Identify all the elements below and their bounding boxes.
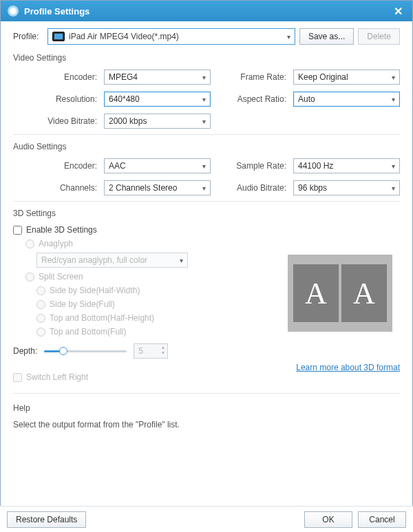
help-text: Select the output format from the "Profi… [13,420,400,429]
resolution-select[interactable]: 640*480 [104,92,211,107]
tb-full-label: Top and Bottom(Full) [50,327,126,337]
3d-settings-heading: 3D Settings [13,209,400,218]
aspect-ratio-select[interactable]: Auto [293,92,400,107]
chevron-down-icon [202,96,206,103]
ok-button[interactable]: OK [304,511,352,528]
resolution-label: Resolution: [13,94,101,104]
audio-encoder-select[interactable]: AAC [104,158,211,173]
split-screen-label: Split Screen [39,272,83,281]
titlebar: Profile Settings ✕ [1,1,412,21]
chevron-down-icon [392,184,395,192]
channels-label: Channels: [13,183,101,193]
learn-3d-link[interactable]: Learn more about 3D format [296,363,400,372]
sbs-half-radio [36,286,45,295]
video-encoder-label: Encoder: [13,72,101,82]
sbs-half-label: Side by Side(Half-Width) [50,286,140,295]
video-bitrate-select[interactable]: 2000 kbps [104,114,211,129]
preview-left: A [293,264,339,322]
restore-defaults-button[interactable]: Restore Defaults [7,511,86,528]
close-icon[interactable]: ✕ [391,5,405,18]
audio-bitrate-label: Audio Bitrate: [213,183,290,193]
window-title: Profile Settings [24,6,89,17]
profile-label: Profile: [13,32,43,41]
chevron-down-icon [202,118,206,125]
anaglyph-type-select: Red/cyan anaglyph, full color [36,253,188,268]
switch-lr-label: Switch Left Right [26,372,88,382]
chevron-down-icon [392,74,395,81]
tb-full-radio [36,328,45,337]
switch-lr-checkbox [13,373,22,382]
tb-half-label: Top and Bottom(Half-Height) [50,313,154,323]
delete-button: Delete [358,28,400,45]
profile-select[interactable]: iPad Air MPEG4 Video(*.mp4) [47,28,295,45]
enable-3d-label: Enable 3D Settings [26,225,97,235]
device-icon [52,32,65,41]
profile-value: iPad Air MPEG4 Video(*.mp4) [69,32,179,41]
anaglyph-label: Anaglyph [39,239,73,248]
chevron-down-icon [202,74,206,81]
save-as-button[interactable]: Save as... [299,28,354,45]
footer-bar: Restore Defaults OK Cancel [0,506,413,532]
chevron-down-icon [392,162,395,170]
aspect-ratio-label: Aspect Ratio: [213,94,290,104]
3d-preview: A A [288,255,392,332]
sample-rate-select[interactable]: 44100 Hz [293,158,400,173]
sbs-full-radio [36,300,45,309]
audio-encoder-label: Encoder: [13,161,101,171]
chevron-down-icon [180,257,183,264]
anaglyph-radio [25,240,34,248]
chevron-down-icon [202,184,206,192]
depth-label: Depth: [13,346,37,356]
chevron-down-icon [392,96,395,103]
help-heading: Help [13,403,400,413]
chevron-down-icon [202,162,206,170]
frame-rate-select[interactable]: Keep Original [293,70,400,85]
audio-bitrate-select[interactable]: 96 kbps [293,180,400,195]
sbs-full-label: Side by Side(Full) [50,299,115,309]
enable-3d-checkbox[interactable] [13,226,22,235]
app-icon [8,6,19,17]
video-bitrate-label: Video Bitrate: [13,116,101,126]
tb-half-radio [36,314,45,323]
sample-rate-label: Sample Rate: [213,161,290,171]
channels-select[interactable]: 2 Channels Stereo [104,180,211,195]
split-screen-radio [25,273,34,281]
chevron-down-icon [287,32,290,41]
depth-slider [44,345,127,357]
video-settings-heading: Video Settings [13,53,400,63]
audio-settings-heading: Audio Settings [13,142,400,151]
spinner-arrows-icon: ▲▼ [160,345,165,356]
video-encoder-select[interactable]: MPEG4 [104,70,211,85]
cancel-button[interactable]: Cancel [358,511,406,528]
depth-spinner: 5 ▲▼ [134,343,168,359]
preview-right: A [341,264,387,322]
frame-rate-label: Frame Rate: [213,72,290,82]
